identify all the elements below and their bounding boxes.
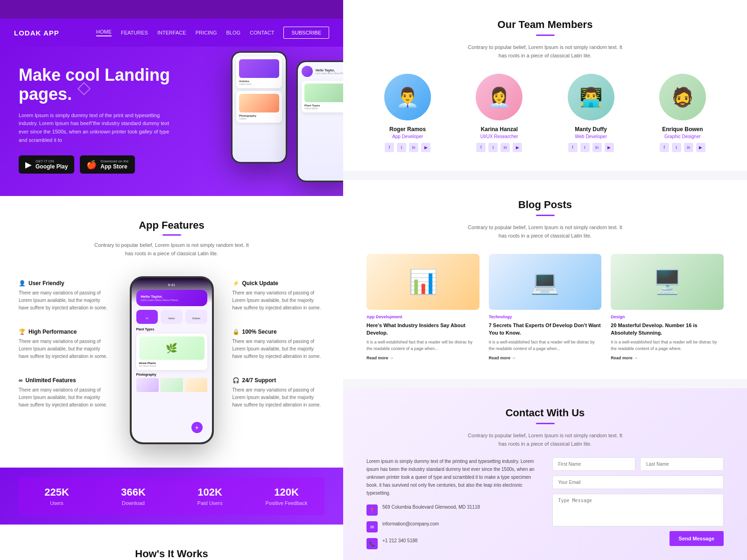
nav-features[interactable]: FEATURES [121, 30, 148, 35]
social-tw-2[interactable]: t [580, 143, 590, 152]
phone-name: Hello Taylor, [316, 69, 343, 72]
blog-title-1: 7 Secrets That Experts Of Develop Don't … [489, 322, 602, 336]
team-name-2: Manty Duffy [550, 126, 632, 133]
phone-back-inner: Articles Latest news Photography Gallery [233, 53, 286, 129]
blog-excerpt-2: It is a well-established fact that a rea… [611, 339, 724, 352]
team-member-1: 👩‍💼 Karina Hanzal UI/UX Researcher f t i… [458, 74, 540, 152]
feature-high-performance: 🏆 High Performance There are many variat… [19, 325, 111, 364]
team-section: Our Team Members Contrary to popular bel… [343, 0, 747, 171]
social-yt-0[interactable]: ▶ [421, 143, 430, 152]
team-avatar-img-0: 👨‍💼 [384, 74, 431, 120]
social-ln-2[interactable]: in [592, 143, 602, 152]
social-fb-3[interactable]: f [660, 143, 669, 152]
message-textarea[interactable] [552, 494, 724, 526]
read-more-2[interactable]: Read more → [611, 356, 724, 360]
last-name-input[interactable] [640, 457, 724, 471]
nav-contact[interactable]: CONTACT [250, 30, 274, 35]
contact-email: ✉ information@company.com [366, 521, 538, 532]
phone-sub: Let's Learn More About Plants [316, 72, 343, 75]
phone-card-1: Articles Latest news [236, 56, 282, 88]
phone-avatar [302, 66, 313, 77]
photo-grid [136, 378, 207, 392]
plant-card-sub: For Room Decor [139, 364, 204, 367]
read-more-1[interactable]: Read more → [489, 356, 602, 360]
google-play-button[interactable]: ▶ GET IT ON Google Play [19, 155, 74, 174]
big-phone-tab-all[interactable]: All [136, 310, 158, 324]
email-input[interactable] [552, 476, 724, 489]
social-ln-3[interactable]: in [684, 143, 693, 152]
team-role-2: Web Developer [550, 134, 632, 139]
phone-back-screen: Articles Latest news Photography Gallery [233, 53, 286, 162]
read-more-0[interactable]: Read more → [366, 356, 479, 360]
social-yt-1[interactable]: ▶ [513, 143, 522, 152]
first-name-input[interactable] [552, 457, 636, 471]
team-avatar-img-1: 👩‍💼 [476, 74, 522, 120]
photo-section-label: Photography [136, 373, 207, 376]
big-phone-section: Plant Types [136, 328, 207, 331]
subscribe-button[interactable]: SUBSCRIBE [283, 27, 329, 39]
features-section: App Features Contrary to popular belief,… [0, 196, 343, 468]
team-avatar-img-3: 🧔 [659, 74, 706, 120]
nav-interface[interactable]: INTERFACE [157, 30, 186, 35]
feature-title-1: ⚡ Quick Update [233, 280, 325, 287]
team-subtitle: Contrary to popular belief, Lorem Ipsum … [466, 43, 625, 60]
stats-section: 225K Users 366K Download 102K Paid Users… [0, 468, 343, 525]
features-left: 👤 User Friendly There are many variation… [19, 276, 111, 444]
phone-profile-text: Hello Taylor, Let's Learn More About Pla… [316, 69, 343, 75]
phone-card-img-1 [239, 59, 279, 78]
app-store-button[interactable]: 🍎 Download on the App Store [80, 155, 135, 174]
stat-users-label: Users [28, 500, 85, 506]
big-phone-greeting: Hello Taylor, [141, 294, 203, 299]
feature-icon-2: 🏆 [19, 329, 26, 335]
how-title: How's It Works [19, 548, 324, 560]
social-fb-0[interactable]: f [385, 143, 394, 152]
contact-email-text: information@company.com [382, 521, 439, 526]
social-tw-0[interactable]: t [397, 143, 406, 152]
feature-desc-0: There are many variations of passing of … [19, 289, 111, 312]
nav-blog[interactable]: BLOG [226, 30, 240, 35]
feature-desc-1: There are many variations of passing of … [233, 289, 325, 312]
nav-links: HOME FEATURES INTERFACE PRICING BLOG CON… [96, 27, 329, 39]
phone-profile: Hello Taylor, Let's Learn More About Pla… [302, 66, 343, 77]
fab-button[interactable]: + [191, 422, 203, 433]
big-phone-tab-indoor[interactable]: Indoor [161, 310, 183, 324]
social-tw-1[interactable]: t [488, 143, 498, 152]
team-member-0: 👨‍💼 Roger Ramos App Developer f t in ▶ [366, 74, 449, 152]
contact-subtitle: Contrary to popular belief, Lorem Ipsum … [466, 432, 625, 448]
features-title: App Features [19, 219, 324, 231]
nav-home[interactable]: HOME [96, 29, 112, 36]
nav-pricing[interactable]: PRICING [196, 30, 217, 35]
team-role-0: App Developer [366, 134, 449, 139]
hero-phones: Articles Latest news Photography Gallery [231, 51, 343, 173]
contact-section: Contact With Us Contrary to popular beli… [343, 388, 747, 560]
social-tw-3[interactable]: t [672, 143, 681, 152]
stats-grid: 225K Users 366K Download 102K Paid Users… [19, 477, 324, 515]
phone-front-card-sub: Indoor plants [304, 107, 343, 110]
team-avatar-1: 👩‍💼 [476, 74, 522, 120]
contact-title: Contact With Us [366, 407, 724, 419]
social-yt-2[interactable]: ▶ [605, 143, 614, 152]
phone-card-img-2 [239, 94, 279, 112]
social-fb-2[interactable]: f [568, 143, 578, 152]
stat-feedback-number: 120K [258, 486, 315, 498]
social-ln-1[interactable]: in [500, 143, 510, 152]
team-role-3: Graphic Designer [641, 134, 724, 139]
phone-card-sub-2: Gallery [239, 117, 279, 120]
social-ln-0[interactable]: in [409, 143, 418, 152]
big-phone-tab-outdoor[interactable]: Outdoor [185, 310, 207, 324]
social-yt-3[interactable]: ▶ [696, 143, 705, 152]
phone-front-card-img [304, 84, 343, 102]
feature-title-4: ∞ Unlimited Features [19, 377, 111, 384]
email-icon: ✉ [366, 521, 378, 532]
apple-icon: 🍎 [86, 160, 97, 170]
feature-title-5: 🎧 24/7 Support [233, 377, 325, 384]
features-divider [162, 234, 181, 236]
social-fb-1[interactable]: f [476, 143, 486, 152]
big-phone-desc: Let's Learn More About Plants [141, 299, 203, 301]
photo-item-1 [136, 378, 159, 392]
stat-download: 366K Download [95, 477, 171, 515]
stat-paid-number: 102K [181, 486, 239, 498]
stat-feedback: 120K Positive Feedback [248, 477, 324, 515]
send-message-button[interactable]: Send Message [669, 531, 724, 546]
team-role-1: UI/UX Researcher [458, 134, 540, 139]
